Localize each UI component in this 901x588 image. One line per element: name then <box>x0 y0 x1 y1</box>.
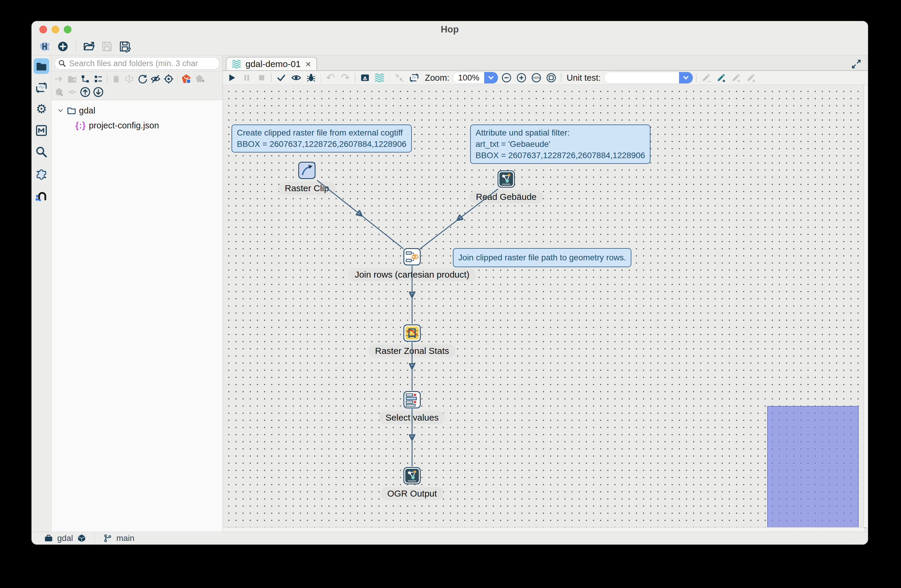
zoom-out-button[interactable] <box>500 72 513 84</box>
zoom-window-button[interactable] <box>64 26 72 33</box>
git-add-button[interactable] <box>193 73 206 85</box>
note-attribute-spatial-filter[interactable]: Attribute und spatial filter: art_txt = … <box>470 124 650 164</box>
minimize-window-button[interactable] <box>51 26 59 33</box>
search-input[interactable] <box>55 57 220 70</box>
transform-label: Raster Clip <box>278 182 335 195</box>
perspective-data-orchestration[interactable] <box>34 80 49 95</box>
window-title: Hop <box>441 24 458 35</box>
zoom-100-button[interactable]: 100% <box>530 72 543 84</box>
check-pipeline-button[interactable] <box>275 72 288 84</box>
unit-test-label: Unit test: <box>567 73 601 83</box>
save-button[interactable] <box>100 40 114 53</box>
redo-icon: ↷ <box>341 72 350 83</box>
undo-button[interactable]: ↶ <box>324 72 337 84</box>
open-file-button[interactable] <box>82 40 96 53</box>
close-tab-icon[interactable]: × <box>306 59 311 69</box>
create-test-button[interactable] <box>714 72 728 84</box>
perspective-search[interactable] <box>34 144 49 160</box>
git-branch-name[interactable]: main <box>116 534 134 543</box>
tree-item-label: project-config.json <box>89 121 159 131</box>
delete-button[interactable] <box>110 73 122 85</box>
loop-view-button[interactable] <box>408 72 421 84</box>
expand-all-button[interactable] <box>53 73 65 85</box>
zoom-dropdown-button[interactable] <box>484 72 498 83</box>
horizontal-scrollbar[interactable] <box>223 527 864 532</box>
stop-button[interactable] <box>255 72 268 84</box>
select-values-icon <box>404 391 421 408</box>
gear-icon: ⚙ <box>36 103 47 115</box>
new-folder-button[interactable] <box>66 73 78 85</box>
zoom-fit-button[interactable] <box>545 72 558 84</box>
search-icon <box>58 59 67 68</box>
locate-file-button[interactable] <box>162 73 175 85</box>
tree-item-gdal[interactable]: gdal <box>51 103 223 118</box>
snapshot-button[interactable] <box>359 72 371 84</box>
perspective-neo4j[interactable] <box>34 187 49 202</box>
refresh-button[interactable] <box>136 73 149 85</box>
puzzle-icon <box>35 167 48 180</box>
shrink-view-button[interactable] <box>393 72 406 84</box>
show-list-view-button[interactable] <box>92 73 104 85</box>
git-commit-button[interactable] <box>53 86 65 98</box>
run-button[interactable] <box>225 72 238 84</box>
hide-hidden-files-button[interactable] <box>149 73 162 85</box>
transform-raster-clip[interactable]: Raster Clip <box>223 162 411 195</box>
attach-test-button[interactable] <box>730 72 742 84</box>
file-tree: gdal {:} project-config.json <box>51 100 223 532</box>
environment-cube-icon <box>77 534 86 543</box>
git-push-button[interactable] <box>79 86 92 98</box>
selection-rectangle <box>767 406 859 528</box>
git-info-button[interactable] <box>180 73 192 85</box>
geo-file-output-icon <box>404 467 421 484</box>
detach-test-button[interactable] <box>744 72 758 84</box>
perspective-explorer[interactable] <box>34 58 49 74</box>
transform-ogr-output[interactable]: OGR Output <box>308 467 516 500</box>
tab-gdal-demo-01[interactable]: gdal-demo-01 × <box>226 57 317 70</box>
show-tree-view-button[interactable] <box>79 73 92 85</box>
zoom-combo[interactable]: 100% <box>453 72 498 84</box>
git-revert-button[interactable] <box>66 86 78 98</box>
toolbar-separator <box>390 73 390 82</box>
preview-button[interactable] <box>290 72 303 84</box>
unit-test-combo[interactable] <box>604 72 693 84</box>
debug-button[interactable] <box>304 72 318 84</box>
unit-test-dropdown-button[interactable] <box>679 72 693 83</box>
toolbar-separator <box>76 41 76 51</box>
zoom-in-button[interactable] <box>515 72 528 84</box>
vertical-scrollbar[interactable] <box>864 85 868 527</box>
perspective-plugins[interactable] <box>34 166 49 181</box>
toolbar-separator <box>355 73 355 82</box>
transform-raster-zonal-stats[interactable]: Raster Zonal Stats <box>308 324 516 358</box>
tree-item-label: gdal <box>79 106 95 115</box>
transform-label: Read Gebäude <box>469 190 543 204</box>
close-window-button[interactable] <box>39 26 47 33</box>
transform-label: Raster Zonal Stats <box>369 344 455 358</box>
transform-read-gebaeude[interactable]: Read Gebäude <box>402 170 611 204</box>
redo-button[interactable]: ↷ <box>339 72 352 84</box>
maximize-editor-button[interactable] <box>850 57 863 71</box>
traffic-lights <box>39 26 72 33</box>
transform-label: OGR Output <box>381 487 444 500</box>
show-pipeline-button[interactable] <box>373 72 387 84</box>
project-name[interactable]: gdal <box>57 534 73 543</box>
perspective-configuration[interactable]: ⚙ <box>34 101 49 117</box>
transform-join-rows[interactable]: Join rows (cartesian product) <box>308 248 516 281</box>
note-create-clipped-raster[interactable]: Create clipped raster file from external… <box>232 124 412 152</box>
editor-area: gdal-demo-01 × <box>223 55 868 532</box>
join-rows-icon <box>404 248 421 265</box>
perspective-metadata[interactable] <box>34 123 49 138</box>
zoom-label: Zoom: <box>425 73 449 83</box>
rename-button[interactable] <box>123 73 136 85</box>
edit-test-button[interactable] <box>700 72 713 84</box>
git-pull-button[interactable] <box>92 86 104 98</box>
transform-select-values[interactable]: Select values <box>308 391 516 424</box>
tree-item-project-config[interactable]: {:} project-config.json <box>51 118 223 133</box>
save-as-button[interactable] <box>118 40 132 53</box>
toolbar-separator <box>271 73 272 82</box>
pipeline-icon <box>232 59 242 68</box>
project-icon <box>44 534 53 543</box>
transform-label: Select values <box>379 411 445 424</box>
pause-button[interactable] <box>240 72 253 84</box>
new-button[interactable] <box>56 40 70 53</box>
toolbar-separator <box>561 73 561 82</box>
